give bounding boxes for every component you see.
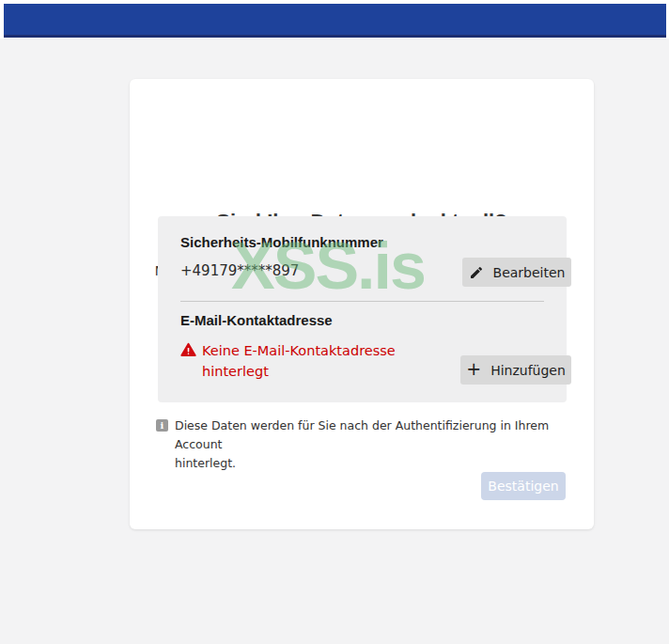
email-missing-warning: Keine E-Mail-Kontaktadresse hinterlegt (180, 340, 453, 382)
info-line-1: Diese Daten werden für Sie nach der Auth… (175, 418, 549, 451)
data-confirmation-card: Sind Ihre Daten noch aktuell? Hinterlege… (130, 79, 594, 529)
info-line-2: hinterlegt. (175, 456, 236, 470)
warning-line-2: hinterlegt (202, 364, 269, 379)
add-email-button[interactable]: + Hinzufügen (460, 355, 571, 385)
phone-section-label: Sicherheits-Mobilfunknummer (180, 234, 383, 250)
plus-icon: + (466, 360, 481, 378)
info-note: i Diese Daten werden für Sie nach der Au… (156, 416, 569, 473)
top-navigation-bar (4, 4, 666, 38)
pencil-icon (469, 265, 484, 280)
info-text: Diese Daten werden für Sie nach der Auth… (175, 416, 569, 473)
info-icon: i (156, 419, 168, 432)
section-divider (180, 301, 544, 302)
edit-phone-button[interactable]: Bearbeiten (462, 258, 571, 287)
warning-text: Keine E-Mail-Kontaktadresse hinterlegt (202, 340, 396, 382)
email-section-label: E-Mail-Kontaktadresse (180, 312, 333, 328)
warning-line-1: Keine E-Mail-Kontaktadresse (202, 343, 396, 358)
confirm-button[interactable]: Bestätigen (481, 472, 566, 500)
contact-data-panel: Sicherheits-Mobilfunknummer +49179*****8… (158, 216, 567, 402)
edit-button-label: Bearbeiten (493, 265, 566, 280)
masked-phone-number: +49179*****897 (180, 262, 299, 279)
add-button-label: Hinzufügen (490, 363, 566, 378)
warning-triangle-icon (180, 342, 196, 363)
